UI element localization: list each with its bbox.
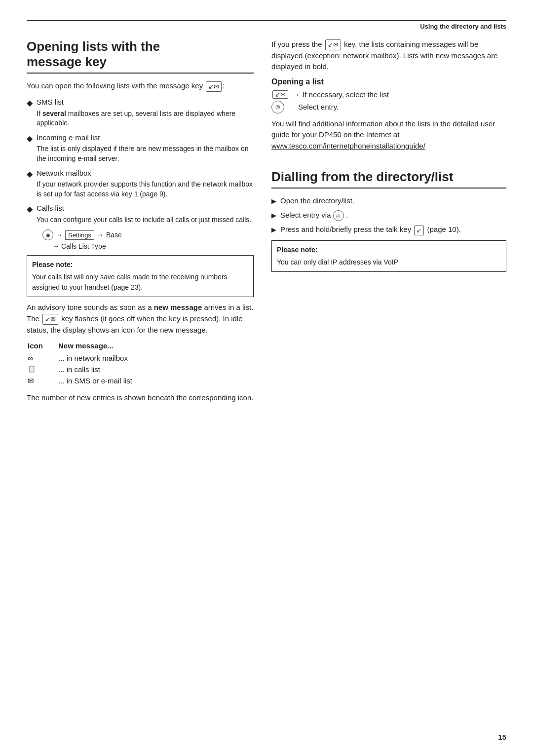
bullet-list: ◆ SMS list If several mailboxes are set … [27,97,254,225]
calls-list-type-path: → Calls List Type [52,242,254,250]
message-key-icon: ↙✉ [42,314,58,325]
nav-path: → Settings → Base [42,229,254,240]
message-key-right: ↙✉ [325,39,341,50]
list-item: ▶ Press and hold/briefly press the talk … [271,224,506,235]
page-container: Using the directory and lists Opening li… [0,0,533,756]
note2-body: You can only dial IP addresses via VoIP [277,257,501,267]
settings-box: Settings [65,230,94,240]
right-intro: If you press the ↙✉ key, the lists conta… [271,39,506,73]
right-column: If you press the ↙✉ key, the lists conta… [271,39,506,409]
opening-list-step1: ↙✉ → If necessary, select the list [271,90,506,99]
message-cell: ... in network mailbox [58,353,253,363]
section-title: Opening lists with the message key [27,39,254,70]
message-col-header: New message... [58,341,253,352]
opening-list-step2: ◎ Select entry. [271,101,506,113]
note-title: Please note: [32,260,248,270]
note-box-2: Please note: You can only dial IP addres… [271,240,506,272]
table-row: 📋 ... in calls list [28,364,253,375]
page-number: 15 [498,733,506,741]
talk-key-icon: ↙ [414,226,424,235]
list-item: ◆ SMS list If several mailboxes are set … [27,97,254,128]
note-box-1: Please note: Your calls list will only s… [27,255,254,297]
table-row: ✉ ... in SMS or e-mail list [28,376,253,386]
intro-paragraph: You can open the following lists with th… [27,80,254,92]
list-item: ▶ Open the directory/list. [271,195,506,207]
dialling-title: Dialling from the directory/list [271,169,506,185]
dialling-section: Dialling from the directory/list ▶ Open … [271,169,506,272]
list-item: ◆ Incoming e-mail list The list is only … [27,132,254,164]
message-cell: ... in calls list [58,364,253,375]
list-item: ◆ Network mailbox If your network provid… [27,168,254,199]
additional-info: You will find additional information abo… [271,118,506,152]
website-link: www.tesco.com/internetphoneinstallationg… [271,142,425,150]
dialling-steps-list: ▶ Open the directory/list. ▶ Select entr… [271,195,506,235]
message-cell: ... in SMS or e-mail list [58,376,253,386]
note2-title: Please note: [277,245,501,255]
opening-list-title: Opening a list [271,77,506,86]
table-row: ∞ ... in network mailbox [28,353,253,363]
step2-select-icon: ◎ [333,210,344,221]
select-icon: ◎ [271,101,284,113]
dialling-divider [271,188,506,189]
message-key-inline: ↙✉: [205,81,225,90]
icon-col-header: Icon [28,341,57,352]
icon-cell: 📋 [28,364,57,375]
list-item: ◆ Calls list You can configure your call… [27,203,254,225]
list-item: ▶ Select entry via ◎ . [271,210,506,222]
step1-key: ↙✉ [272,90,288,99]
note-body: Your calls list will only save calls mad… [32,272,248,293]
icon-cell: ✉ [28,376,57,386]
title-divider [27,73,254,74]
closing-text: The number of new entries is shown benea… [27,392,254,404]
two-col-layout: Opening lists with the message key You c… [27,39,506,409]
advisory-text: An advisory tone sounds as soon as a new… [27,302,254,336]
header-title: Using the directory and lists [420,23,506,30]
header-bar: Using the directory and lists [27,20,506,30]
icon-table: Icon New message... ∞ ... in network mai… [27,340,254,387]
icon-cell: ∞ [28,353,57,363]
nav-icon [42,229,53,240]
left-column: Opening lists with the message key You c… [27,39,254,409]
